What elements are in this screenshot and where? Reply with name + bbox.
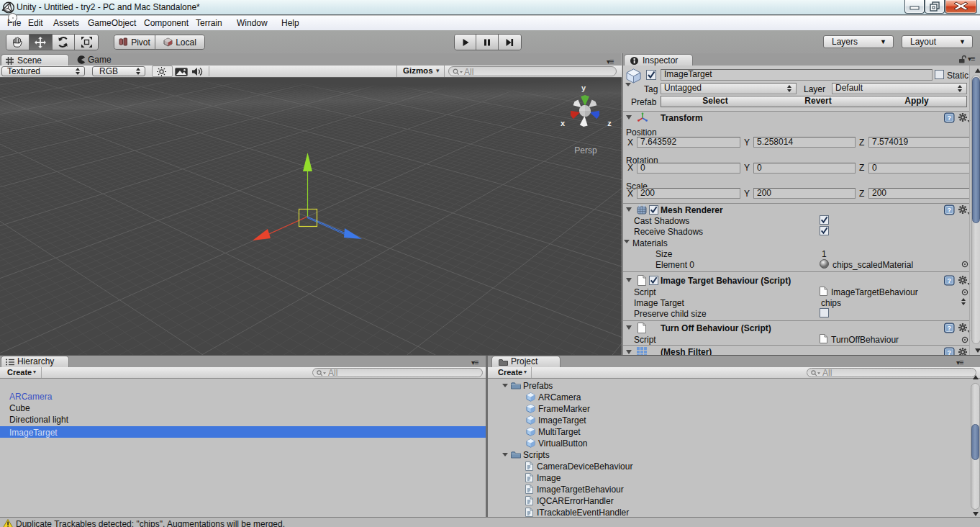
svg-text:Persp: Persp [574,145,597,156]
svg-text:?: ? [948,207,952,214]
svg-text:?: ? [948,325,952,332]
svg-text:z: z [607,119,612,127]
svg-text:?: ? [948,114,952,122]
svg-text:x: x [561,119,566,127]
svg-text:?: ? [948,277,952,284]
svg-text:?: ? [948,349,952,355]
